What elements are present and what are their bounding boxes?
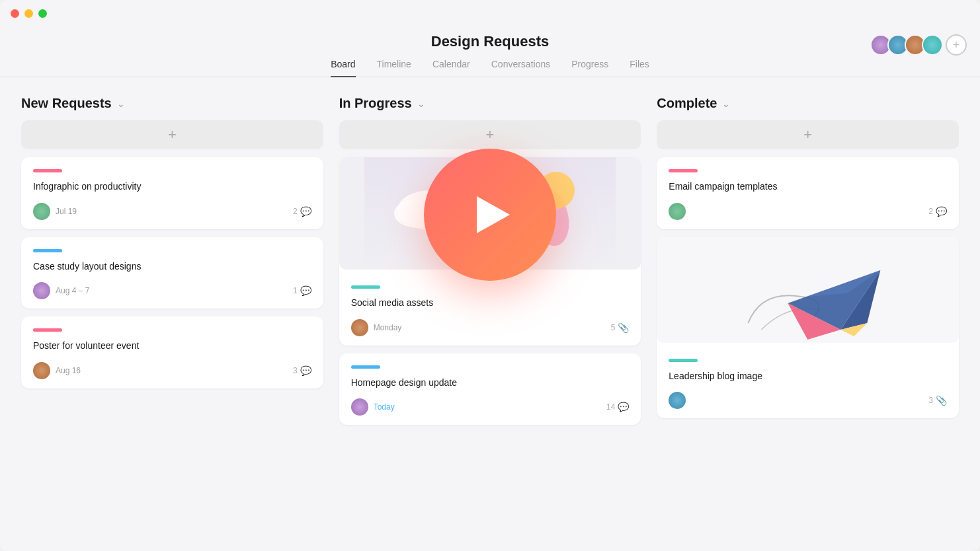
add-card-complete[interactable]: + [657,120,959,149]
maximize-button[interactable] [38,9,47,18]
card-title: Email campaign templates [669,180,947,194]
close-button[interactable] [11,9,19,18]
comment-icon: 💬 [936,206,947,217]
card-footer: Jul 19 2 💬 [33,203,311,220]
play-button[interactable] [424,149,556,281]
comment-count: 2 [293,207,298,216]
card-comments: 5 📎 [611,322,630,333]
card-meta [669,392,691,409]
comment-icon: 💬 [300,365,311,376]
card-tag [33,249,62,252]
card-comments: 3 📎 [928,395,947,406]
avatar [351,319,368,336]
page-title: Design Requests [0,33,980,50]
page-header: Design Requests + Board Timeline Calenda… [0,26,980,77]
card-leadership-blog[interactable]: Leadership blog image 3 📎 [657,237,959,419]
comment-count: 2 [928,207,933,216]
column-header-complete: Complete ⌄ [657,96,959,111]
tab-calendar[interactable]: Calendar [432,59,470,77]
card-footer: Today 14 💬 [351,398,630,416]
card-title: Poster for volunteer event [33,340,311,353]
comment-icon: 💬 [300,285,311,296]
play-icon [477,196,510,233]
comment-count: 3 [928,396,933,405]
tab-progress[interactable]: Progress [571,59,608,77]
card-tag [669,169,698,172]
card-title: Social media assets [351,297,630,310]
minimize-button[interactable] [24,9,33,18]
chevron-down-icon[interactable]: ⌄ [117,98,125,109]
column-title-in-progress: In Progress [339,96,412,111]
column-title-complete: Complete [657,96,717,111]
chevron-down-icon[interactable]: ⌄ [417,98,425,109]
tab-timeline[interactable]: Timeline [377,59,411,77]
traffic-lights [11,9,47,18]
card-homepage[interactable]: Homepage design update Today 14 💬 [339,353,641,425]
card-meta [669,203,691,220]
card-infographic[interactable]: Infographic on productivity Jul 19 2 💬 [21,157,323,229]
card-tag [669,359,698,362]
comment-count: 5 [611,323,616,332]
card-footer: Aug 4 – 7 1 💬 [33,282,311,299]
card-comments: 3 💬 [293,365,311,376]
board: New Requests ⌄ + Infographic on producti… [0,77,980,549]
card-body: Leadership blog image 3 📎 [657,349,959,419]
card-footer: Aug 16 3 💬 [33,362,311,379]
tab-conversations[interactable]: Conversations [491,59,551,77]
card-footer: Monday 5 📎 [351,319,630,336]
paperclip-icon: 📎 [936,395,947,406]
card-date: Aug 16 [56,366,81,375]
card-title: Infographic on productivity [33,180,311,194]
card-date: Jul 19 [56,207,77,216]
comment-icon: 💬 [300,206,311,217]
comment-count: 3 [293,366,298,375]
column-header-new-requests: New Requests ⌄ [21,96,323,111]
card-comments: 1 💬 [293,285,311,296]
card-poster[interactable]: Poster for volunteer event Aug 16 3 💬 [21,316,323,388]
card-body: Social media assets Monday 5 📎 [339,276,641,346]
chevron-down-icon[interactable]: ⌄ [722,98,730,109]
avatar [33,282,50,299]
column-complete: Complete ⌄ + Email campaign templates 2 … [657,96,959,531]
paper-plane-illustration [657,237,959,343]
card-meta: Monday [351,319,402,336]
column-new-requests: New Requests ⌄ + Infographic on producti… [21,96,323,531]
card-meta: Jul 19 [33,203,77,220]
card-meta: Today [351,398,395,416]
card-footer: 2 💬 [669,203,947,220]
comment-icon: 💬 [618,402,629,412]
card-title: Case study layout designs [33,260,311,274]
add-card-in-progress[interactable]: + [339,120,641,149]
card-case-study[interactable]: Case study layout designs Aug 4 – 7 1 💬 [21,237,323,309]
column-title-new-requests: New Requests [21,96,112,111]
card-date: Aug 4 – 7 [56,286,89,295]
titlebar [0,0,980,26]
card-tag [351,285,380,289]
avatar-4[interactable] [922,34,943,55]
avatar [669,203,686,220]
card-title: Leadership blog image [669,370,947,383]
comment-count: 14 [606,402,615,412]
tab-board[interactable]: Board [331,59,355,77]
card-tag [351,365,380,369]
card-email-campaign[interactable]: Email campaign templates 2 💬 [657,157,959,229]
nav-tabs: Board Timeline Calendar Conversations Pr… [0,58,980,77]
app-window: Design Requests + Board Timeline Calenda… [0,0,980,551]
add-card-new-requests[interactable]: + [21,120,323,149]
card-comments: 2 💬 [928,206,947,217]
card-title: Homepage design update [351,377,630,390]
add-member-button[interactable]: + [946,34,967,55]
column-header-in-progress: In Progress ⌄ [339,96,641,111]
card-meta: Aug 16 [33,362,81,379]
tab-files[interactable]: Files [630,59,649,77]
avatar [351,398,368,416]
card-footer: 3 📎 [669,392,947,409]
avatar [669,392,686,409]
card-date-today: Today [374,402,395,412]
card-tag [33,169,62,172]
card-comments: 2 💬 [293,206,311,217]
card-tag [33,328,62,332]
card-date: Monday [374,323,402,332]
card-image-plane [657,237,959,343]
card-meta: Aug 4 – 7 [33,282,89,299]
